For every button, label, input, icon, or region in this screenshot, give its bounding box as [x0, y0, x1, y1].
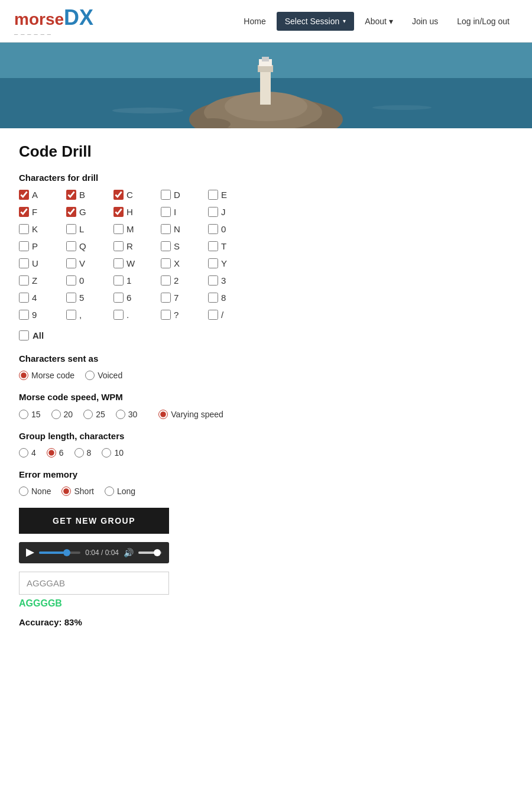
char-label-comma[interactable]: , [79, 310, 82, 320]
char-label-n2[interactable]: 2 [174, 275, 179, 286]
speed-option-s25[interactable]: 25 [83, 410, 105, 419]
all-label[interactable]: All [33, 330, 44, 340]
speed-option-s15[interactable]: 15 [19, 410, 41, 419]
char-checkbox-n2[interactable] [161, 275, 171, 286]
all-checkbox[interactable] [19, 330, 29, 340]
char-checkbox-M[interactable] [113, 224, 124, 234]
char-checkbox-B[interactable] [66, 190, 76, 200]
char-checkbox-H[interactable] [113, 207, 124, 217]
char-checkbox-F[interactable] [19, 207, 29, 217]
nav-login-logout[interactable]: Log in/Log out [449, 12, 518, 31]
char-label-n8[interactable]: 8 [221, 293, 226, 303]
char-checkbox-n9[interactable] [19, 310, 29, 320]
nav-home[interactable]: Home [235, 12, 274, 31]
char-checkbox-period[interactable] [113, 310, 124, 320]
error-memory-option-em_none[interactable]: None [19, 486, 51, 496]
char-label-n1[interactable]: 1 [126, 275, 131, 286]
volume-track[interactable] [138, 552, 162, 554]
char-checkbox-Y[interactable] [208, 258, 218, 268]
group-length-option-g8[interactable]: 8 [74, 448, 92, 458]
char-label-I[interactable]: I [174, 207, 176, 217]
char-checkbox-n7[interactable] [161, 293, 171, 303]
char-label-period[interactable]: . [126, 310, 129, 320]
char-checkbox-n0[interactable] [66, 275, 76, 286]
char-label-R[interactable]: R [126, 241, 133, 251]
char-checkbox-n1[interactable] [113, 275, 124, 286]
char-checkbox-W[interactable] [113, 258, 124, 268]
group-length-radio-g10[interactable] [102, 448, 111, 458]
char-label-W[interactable]: W [126, 258, 135, 268]
nav-select-session[interactable]: Select Session ▾ [277, 12, 355, 31]
error-memory-option-em_long[interactable]: Long [105, 486, 135, 496]
char-label-question[interactable]: ? [174, 310, 179, 320]
char-label-Y[interactable]: Y [221, 258, 227, 268]
chars-sent-radio-voiced[interactable] [85, 371, 95, 380]
speed-radio-s30[interactable] [116, 410, 125, 419]
get-new-group-button[interactable]: GET NEW GROUP [19, 508, 169, 534]
char-checkbox-O[interactable] [208, 224, 218, 234]
char-label-n4[interactable]: 4 [32, 293, 37, 303]
char-checkbox-D[interactable] [161, 190, 171, 200]
char-checkbox-U[interactable] [19, 258, 29, 268]
char-label-Z[interactable]: Z [32, 275, 37, 286]
char-checkbox-I[interactable] [161, 207, 171, 217]
char-label-B[interactable]: B [79, 190, 85, 200]
char-label-N[interactable]: N [174, 224, 180, 234]
char-checkbox-comma[interactable] [66, 310, 76, 320]
char-label-L[interactable]: L [79, 224, 84, 234]
char-checkbox-Q[interactable] [66, 241, 76, 251]
char-checkbox-n3[interactable] [208, 275, 218, 286]
play-button[interactable] [26, 549, 34, 557]
char-label-F[interactable]: F [32, 207, 37, 217]
char-label-P[interactable]: P [32, 241, 38, 251]
group-length-option-g10[interactable]: 10 [102, 448, 124, 458]
char-label-T[interactable]: T [221, 241, 226, 251]
char-label-O[interactable]: 0 [221, 224, 226, 234]
char-label-A[interactable]: A [32, 190, 38, 200]
char-label-slash[interactable]: / [221, 310, 223, 320]
char-checkbox-G[interactable] [66, 207, 76, 217]
error-memory-option-em_short[interactable]: Short [61, 486, 93, 496]
char-label-X[interactable]: X [174, 258, 180, 268]
char-checkbox-R[interactable] [113, 241, 124, 251]
char-label-n5[interactable]: 5 [79, 293, 84, 303]
error-memory-radio-em_none[interactable] [19, 486, 28, 496]
char-checkbox-K[interactable] [19, 224, 29, 234]
char-label-M[interactable]: M [126, 224, 134, 234]
group-length-radio-g8[interactable] [74, 448, 84, 458]
group-length-radio-g6[interactable] [47, 448, 56, 458]
speed-option-s30[interactable]: 30 [116, 410, 138, 419]
group-length-option-g4[interactable]: 4 [19, 448, 36, 458]
char-checkbox-A[interactable] [19, 190, 29, 200]
group-length-option-g6[interactable]: 6 [47, 448, 64, 458]
speed-radio-s15[interactable] [19, 410, 28, 419]
char-label-D[interactable]: D [174, 190, 180, 200]
char-checkbox-n4[interactable] [19, 293, 29, 303]
char-label-n6[interactable]: 6 [126, 293, 131, 303]
chars-sent-option-voiced[interactable]: Voiced [85, 371, 122, 380]
char-label-H[interactable]: H [126, 207, 133, 217]
error-memory-radio-em_short[interactable] [61, 486, 71, 496]
char-checkbox-L[interactable] [66, 224, 76, 234]
char-label-n0[interactable]: 0 [79, 275, 84, 286]
char-checkbox-n8[interactable] [208, 293, 218, 303]
speed-option-s20[interactable]: 20 [51, 410, 73, 419]
speed-radio-s25[interactable] [83, 410, 93, 419]
char-checkbox-X[interactable] [161, 258, 171, 268]
char-checkbox-n6[interactable] [113, 293, 124, 303]
chars-sent-radio-morse[interactable] [19, 371, 28, 380]
char-checkbox-slash[interactable] [208, 310, 218, 320]
char-checkbox-Z[interactable] [19, 275, 29, 286]
char-label-n9[interactable]: 9 [32, 310, 37, 320]
char-checkbox-n5[interactable] [66, 293, 76, 303]
char-checkbox-E[interactable] [208, 190, 218, 200]
char-label-V[interactable]: V [79, 258, 85, 268]
group-length-radio-g4[interactable] [19, 448, 28, 458]
char-label-E[interactable]: E [221, 190, 227, 200]
nav-join-us[interactable]: Join us [404, 12, 446, 31]
error-memory-radio-em_long[interactable] [105, 486, 114, 496]
char-label-n3[interactable]: 3 [221, 275, 226, 286]
answer-input[interactable] [19, 572, 169, 595]
char-label-n7[interactable]: 7 [174, 293, 179, 303]
speed-radio-svar[interactable] [158, 410, 168, 419]
